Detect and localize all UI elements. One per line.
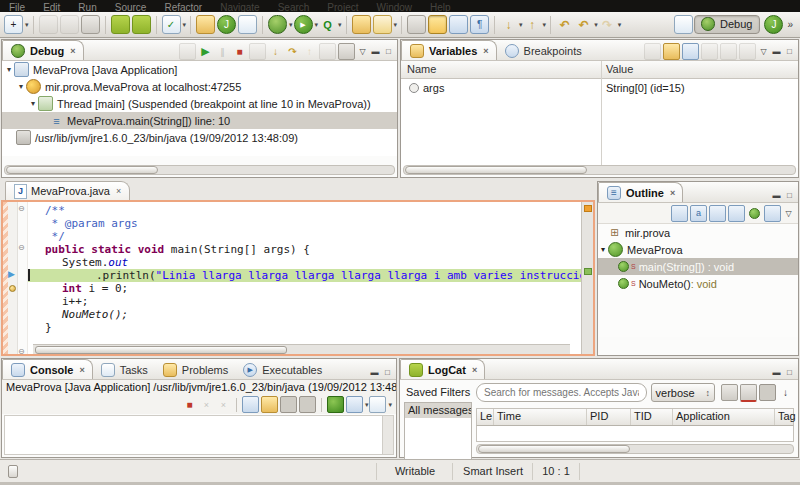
scrollbar-thumb[interactable] (6, 166, 158, 174)
suspend-icon[interactable]: ∥ (215, 44, 230, 59)
tab-tasks[interactable]: Tasks (93, 360, 155, 379)
editor-overview-ruler[interactable] (581, 202, 593, 354)
column-pid[interactable]: PID (587, 409, 631, 425)
outline-item-class[interactable]: ▾ MevaProva (598, 241, 798, 258)
save-icon[interactable] (39, 15, 58, 34)
debug-launch-icon[interactable] (268, 15, 287, 34)
outline-minimize-icon[interactable]: ▬ (770, 189, 783, 202)
search-dropdown-icon[interactable]: ▾ (394, 21, 398, 29)
sort-icon[interactable]: a (690, 205, 707, 222)
show-whitespace-icon[interactable] (449, 15, 468, 34)
logcat-tab-close-icon[interactable]: × (472, 365, 477, 375)
tab-console[interactable]: Console × (2, 359, 93, 379)
next-annotation-icon[interactable]: ↓ (500, 16, 517, 33)
open-element-icon[interactable] (352, 15, 371, 34)
forward-history-dropdown-icon[interactable]: ▾ (618, 21, 622, 29)
back-history-icon[interactable]: ↶ (575, 16, 592, 33)
console-vertical-scrollbar[interactable] (382, 416, 393, 454)
hide-fields-icon[interactable] (709, 205, 726, 222)
external-tools-icon[interactable]: Q (319, 16, 336, 33)
new-wizard-icon[interactable]: + (4, 15, 23, 34)
debug-tree-item-stackframe[interactable]: ≡ MevaProva.main(String[]) line: 10 (2, 112, 397, 129)
debug-tree-item-vm[interactable]: ▾ mir.prova.MevaProva at localhost:47255 (2, 78, 397, 95)
column-divider[interactable] (601, 61, 602, 165)
collapse-all-icon[interactable] (682, 43, 699, 60)
tab-mevaprova-java[interactable]: J MevaProva.java × (5, 181, 130, 200)
menu-file[interactable]: File (0, 0, 34, 12)
previous-annotation-dropdown-icon[interactable]: ▾ (543, 21, 547, 29)
outline-item-package[interactable]: ⊞ mir.prova (598, 224, 798, 241)
last-edit-location-icon[interactable]: ↶ (556, 16, 573, 33)
perspective-overflow-icon[interactable]: » (787, 19, 793, 30)
menu-run[interactable]: Run (69, 0, 105, 12)
variables-maximize-icon[interactable]: □ (783, 45, 796, 58)
menu-search[interactable]: Search (269, 0, 319, 12)
tab-outline[interactable]: ≡ Outline × (598, 182, 683, 202)
run-launch-icon[interactable]: ▶ (294, 15, 313, 34)
fold-icon[interactable]: ⊖ (18, 243, 25, 252)
outline-item-main[interactable]: S main(String[]) : void (598, 258, 798, 275)
expand-icon[interactable]: ▾ (598, 245, 608, 254)
column-application[interactable]: Application (673, 409, 775, 425)
console-maximize-icon[interactable]: □ (381, 366, 394, 379)
column-level[interactable]: Le (477, 409, 494, 425)
variables-minimize-icon[interactable]: ▬ (770, 45, 783, 58)
menu-edit[interactable]: Edit (34, 0, 69, 12)
fold-icon[interactable]: ⊖ (18, 204, 25, 213)
log-level-dropdown[interactable]: verbose ↕ (651, 383, 715, 402)
new-junit-test-icon[interactable]: J (217, 15, 236, 34)
show-on-stdout-icon[interactable] (280, 396, 297, 413)
editor-horizontal-scrollbar[interactable] (33, 344, 570, 354)
menu-window[interactable]: Window (367, 0, 421, 12)
android-sdk-manager-icon[interactable] (111, 15, 130, 34)
logcat-maximize-icon[interactable]: □ (783, 366, 796, 379)
remove-all-terminated-icon[interactable]: × (216, 397, 231, 412)
scroll-to-bottom-icon[interactable]: ↓ (778, 385, 793, 400)
display-selected-console-icon[interactable] (346, 396, 363, 413)
editor-tab-close-icon[interactable]: × (116, 186, 121, 196)
hide-static-members-icon[interactable] (728, 205, 745, 222)
column-tag[interactable]: Tag (775, 409, 800, 425)
menu-navigate[interactable]: Navigate (211, 0, 268, 12)
lint-dropdown-icon[interactable]: ▾ (183, 21, 187, 29)
outline-tab-close-icon[interactable]: × (670, 188, 675, 198)
tab-executables[interactable]: ▶ Executables (235, 360, 329, 379)
console-tab-close-icon[interactable]: × (79, 365, 84, 375)
show-on-stderr-icon[interactable] (299, 396, 316, 413)
clear-console-icon[interactable] (242, 396, 259, 413)
open-perspective-icon[interactable] (674, 15, 693, 34)
tab-debug[interactable]: Debug × (2, 40, 84, 60)
current-line-mark-icon[interactable] (584, 268, 592, 275)
menu-help[interactable]: Help (421, 0, 460, 12)
saved-filters-list[interactable]: All messages (404, 402, 472, 460)
logcat-table-body[interactable] (476, 426, 794, 442)
next-annotation-dropdown-icon[interactable]: ▾ (519, 21, 523, 29)
forward-history-icon[interactable]: ↷ (599, 16, 616, 33)
scrollbar-thumb[interactable] (478, 445, 630, 453)
expand-icon[interactable]: ▾ (4, 65, 14, 74)
use-step-filters-icon[interactable] (338, 43, 355, 60)
expand-icon[interactable]: ▾ (16, 82, 26, 91)
debug-view-menu-icon[interactable]: ▽ (356, 45, 369, 58)
filter-all-messages[interactable]: All messages (405, 403, 471, 418)
drop-to-frame-icon[interactable] (319, 43, 336, 60)
remove-all-icon[interactable] (739, 43, 756, 60)
debug-launch-dropdown-icon[interactable]: ▾ (289, 21, 293, 29)
debug-perspective-button[interactable]: Debug (694, 15, 760, 34)
tab-breakpoints[interactable]: Breakpoints (497, 41, 589, 60)
save-all-icon[interactable] (60, 15, 79, 34)
column-tid[interactable]: TID (631, 409, 673, 425)
toggle-mark-occurrences-icon[interactable] (407, 15, 426, 34)
terminate-icon[interactable]: ■ (232, 44, 247, 59)
toggle-filters-pane-icon[interactable] (759, 384, 776, 401)
open-console-dropdown-icon[interactable]: ▾ (388, 401, 392, 409)
disconnect-icon[interactable] (249, 43, 266, 60)
debug-tree-item-launch[interactable]: ▾ MevaProva [Java Application] (2, 61, 397, 78)
remove-selected-icon[interactable] (720, 43, 737, 60)
back-history-dropdown-icon[interactable]: ▾ (594, 21, 598, 29)
menu-project[interactable]: Project (318, 0, 367, 12)
open-console-icon[interactable] (369, 396, 386, 413)
column-name[interactable]: Name (401, 61, 601, 78)
marker-icon[interactable] (9, 285, 16, 292)
outline-view-menu-icon[interactable]: ▽ (782, 207, 795, 220)
